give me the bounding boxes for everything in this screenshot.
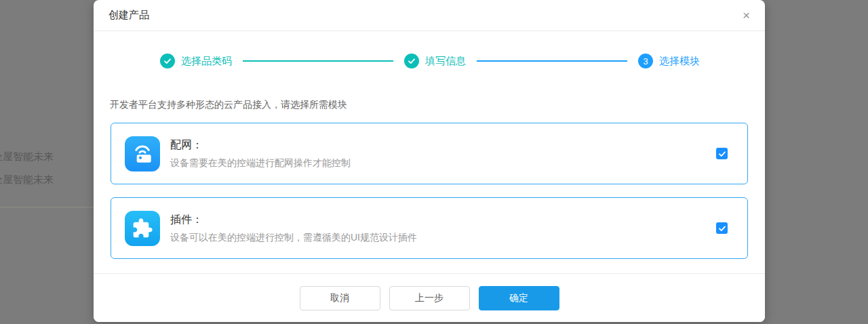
- step-label: 填写信息: [425, 55, 466, 68]
- step-fill-info: 填写信息: [404, 54, 466, 68]
- wifi-pairing-icon: [125, 136, 160, 171]
- module-card-plugin[interactable]: 插件： 设备可以在美的控端进行控制，需遵循美的UI规范设计插件: [111, 197, 748, 259]
- check-icon: [408, 57, 416, 65]
- step-select-category: 选择品类码: [160, 54, 232, 68]
- module-card-network-pairing[interactable]: 配网： 设备需要在美的控端进行配网操作才能控制: [111, 123, 748, 184]
- step-connector: [243, 60, 393, 62]
- step-number-badge: 3: [638, 54, 653, 68]
- step-connector: [477, 60, 627, 62]
- cancel-button[interactable]: 取消: [300, 286, 380, 310]
- module-description: 设备可以在美的控端进行控制，需遵循美的UI规范设计插件: [170, 232, 716, 244]
- module-title: 配网：: [170, 138, 716, 153]
- check-icon: [718, 150, 726, 158]
- background-text: 全屋智能未来: [0, 174, 54, 186]
- step-label: 选择模块: [659, 55, 700, 68]
- wizard-stepper: 选择品类码 填写信息 3 选择模块: [94, 47, 765, 75]
- modal-title: 创建产品: [108, 9, 149, 22]
- background-text: 全屋智能未来: [0, 150, 54, 163]
- modal-footer: 取消 上一步 确定: [94, 273, 765, 322]
- modal-header: 创建产品 ×: [94, 0, 765, 31]
- step-done-check-icon: [404, 54, 419, 68]
- close-icon[interactable]: ×: [743, 9, 750, 22]
- module-title: 插件：: [170, 213, 716, 227]
- confirm-button[interactable]: 确定: [479, 286, 559, 310]
- background-divider: [0, 207, 94, 207]
- step-done-check-icon: [160, 54, 175, 68]
- module-checkbox[interactable]: [716, 222, 728, 234]
- module-card-text: 插件： 设备可以在美的控端进行控制，需遵循美的UI规范设计插件: [170, 213, 716, 244]
- previous-step-button[interactable]: 上一步: [389, 286, 470, 310]
- check-icon: [163, 57, 172, 65]
- check-icon: [718, 224, 726, 232]
- plugin-puzzle-icon: [125, 211, 160, 246]
- step-label: 选择品类码: [181, 55, 232, 68]
- module-card-text: 配网： 设备需要在美的控端进行配网操作才能控制: [170, 138, 716, 169]
- module-intro-text: 开发者平台支持多种形态的云产品接入，请选择所需模块: [110, 99, 765, 111]
- create-product-modal: 创建产品 × 选择品类码 填写信息 3 选择模块 开发: [94, 0, 765, 322]
- step-select-module: 3 选择模块: [638, 54, 700, 68]
- module-checkbox[interactable]: [716, 148, 728, 159]
- module-description: 设备需要在美的控端进行配网操作才能控制: [170, 157, 716, 169]
